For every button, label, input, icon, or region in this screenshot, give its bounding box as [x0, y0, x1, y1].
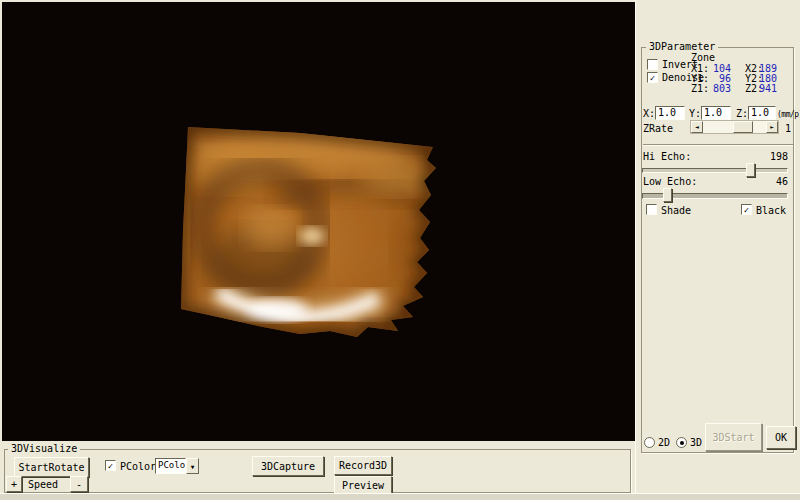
visualize-groupbox: 3DVisualize StartRotate ✓ PColor PColor … — [4, 449, 631, 493]
parameter-panel: 3DParameter Invert ✓ Denoise Zone X1: 10… — [635, 0, 800, 500]
capture-3d-button[interactable]: 3DCapture — [252, 456, 324, 476]
hi-echo-slider-track[interactable] — [642, 168, 788, 173]
low-echo-label: Low Echo: — [643, 176, 697, 188]
separator — [643, 144, 793, 146]
z-scale-input[interactable]: 1.0 — [748, 106, 776, 120]
low-echo-slider-thumb[interactable] — [663, 188, 672, 202]
invert-checkbox[interactable] — [647, 59, 658, 70]
shade-checkbox[interactable] — [646, 204, 657, 215]
ok-button[interactable]: OK — [766, 426, 796, 449]
zrate-scroll-left-icon[interactable]: ◄ — [691, 121, 703, 133]
y-scale-label: Y: — [689, 108, 701, 120]
preview-button[interactable]: Preview — [334, 476, 392, 494]
checkmark-icon: ✓ — [744, 205, 749, 215]
zrate-scroll-right-icon[interactable]: ► — [766, 121, 778, 133]
black-label: Black — [756, 205, 786, 217]
mode-2d-label: 2D — [658, 437, 670, 449]
render-viewport[interactable] — [2, 2, 635, 441]
pcolor-dropdown[interactable]: PColor ▼ — [155, 458, 199, 474]
app-window: { "icons": { "checkmark": "✓", "dropdown… — [0, 0, 800, 500]
z-scale-label: Z: — [736, 108, 748, 120]
zone-z1-label: Z1: — [691, 83, 709, 95]
hi-echo-slider-thumb[interactable] — [746, 163, 755, 177]
pcolor-dropdown-value: PColor — [155, 458, 186, 474]
dropdown-arrow-icon[interactable]: ▼ — [186, 458, 199, 474]
denoise-checkbox[interactable]: ✓ — [647, 72, 658, 83]
checkmark-icon: ✓ — [650, 73, 655, 83]
mode-3d-label: 3D — [690, 437, 702, 449]
zone-z1-value: 803 — [710, 83, 731, 95]
scale-unit-label: (mm/p) — [777, 109, 800, 121]
start-rotate-button[interactable]: StartRotate — [14, 457, 89, 477]
speed-label: Speed — [28, 479, 58, 491]
y-scale-input[interactable]: 1.0 — [701, 106, 731, 120]
mode-3d-radio[interactable] — [676, 437, 687, 448]
black-checkbox[interactable]: ✓ — [741, 204, 752, 215]
start-3d-button[interactable]: 3DStart — [705, 423, 762, 451]
low-echo-value: 46 — [776, 176, 788, 188]
hi-echo-value: 198 — [770, 151, 788, 163]
speed-minus-button[interactable]: - — [70, 476, 88, 492]
zrate-label: ZRate — [643, 123, 673, 135]
pcolor-checkbox-label: PColor — [120, 461, 156, 473]
x-scale-input[interactable]: 1.0 — [655, 106, 685, 120]
mode-2d-radio[interactable] — [644, 437, 655, 448]
hi-echo-label: Hi Echo: — [643, 151, 691, 163]
zrate-value: 1 — [785, 123, 791, 135]
window-bottom-edge — [0, 493, 800, 500]
ultrasound-render — [2, 2, 635, 441]
visualize-group-title: 3DVisualize — [8, 442, 80, 455]
zrate-scrollbar[interactable]: ◄ ► — [690, 120, 779, 134]
x-scale-label: X: — [643, 108, 655, 120]
pcolor-checkbox[interactable]: ✓ — [105, 460, 116, 471]
zrate-scrollbar-thumb[interactable] — [733, 121, 753, 133]
zone-z2-value: 941 — [758, 83, 777, 95]
parameter-groupbox: 3DParameter Invert ✓ Denoise Zone X1: 10… — [641, 47, 794, 453]
checkmark-icon: ✓ — [108, 461, 113, 471]
speed-plus-button[interactable]: + — [6, 476, 22, 492]
record-3d-button[interactable]: Record3D — [334, 456, 392, 475]
shade-label: Shade — [661, 205, 691, 217]
